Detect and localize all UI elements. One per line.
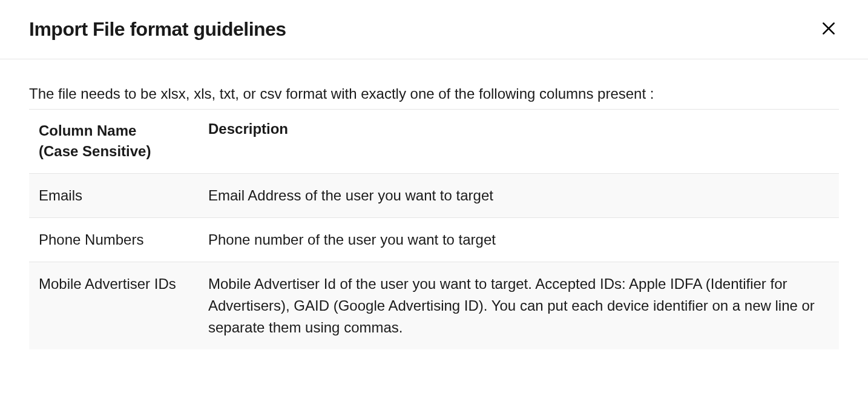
column-name-cell: Emails xyxy=(29,174,199,218)
modal-body: The file needs to be xlsx, xls, txt, or … xyxy=(0,59,868,374)
column-name-header: Column Name (Case Sensitive) xyxy=(29,110,199,174)
description-cell: Phone number of the user you want to tar… xyxy=(199,218,839,262)
column-name-header-line1: Column Name xyxy=(39,121,189,142)
close-icon xyxy=(821,21,837,38)
description-cell: Email Address of the user you want to ta… xyxy=(199,174,839,218)
table-row: Emails Email Address of the user you wan… xyxy=(29,174,839,218)
guidelines-table: Column Name (Case Sensitive) Description… xyxy=(29,110,839,350)
import-guidelines-modal: Import File format guidelines The file n… xyxy=(0,0,868,374)
modal-header: Import File format guidelines xyxy=(0,0,868,59)
table-row: Phone Numbers Phone number of the user y… xyxy=(29,218,839,262)
close-button[interactable] xyxy=(818,18,839,41)
column-name-header-line2: (Case Sensitive) xyxy=(39,141,189,162)
description-header: Description xyxy=(199,110,839,174)
description-cell: Mobile Advertiser Id of the user you wan… xyxy=(199,262,839,350)
table-header-row: Column Name (Case Sensitive) Description xyxy=(29,110,839,174)
modal-title: Import File format guidelines xyxy=(29,18,286,41)
column-name-cell: Mobile Advertiser IDs xyxy=(29,262,199,350)
table-row: Mobile Advertiser IDs Mobile Advertiser … xyxy=(29,262,839,350)
column-name-cell: Phone Numbers xyxy=(29,218,199,262)
intro-text: The file needs to be xlsx, xls, txt, or … xyxy=(29,84,839,104)
guidelines-table-wrap: Column Name (Case Sensitive) Description… xyxy=(29,109,839,350)
